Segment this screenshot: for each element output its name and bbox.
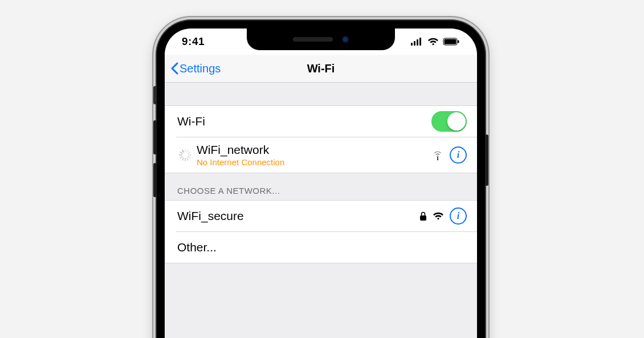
notch [247, 28, 395, 50]
toggle-knob [447, 112, 466, 131]
network-name: WiFi_secure [177, 209, 419, 223]
wifi-signal-icon [433, 212, 444, 220]
power-button [485, 135, 488, 186]
svg-rect-3 [419, 38, 421, 46]
other-network-row[interactable]: Other... [176, 231, 477, 263]
back-label: Settings [180, 62, 221, 75]
back-button[interactable]: Settings [170, 55, 221, 82]
cellular-signal-icon [411, 38, 423, 46]
svg-rect-10 [420, 215, 426, 221]
phone-frame: 9:41 [157, 21, 485, 338]
volume-up-button [153, 120, 157, 154]
wifi-toggle[interactable] [431, 111, 467, 132]
network-row[interactable]: WiFi_secure [165, 201, 477, 231]
svg-rect-0 [411, 43, 413, 46]
settings-content: Wi-Fi WiFi_network [165, 83, 477, 338]
wifi-toggle-row[interactable]: Wi-Fi [165, 106, 477, 137]
networks-section: WiFi_secure [165, 200, 477, 263]
spinner-icon [179, 149, 191, 161]
svg-point-7 [437, 156, 439, 157]
connected-network-row[interactable]: WiFi_network No Internet Connection [176, 137, 477, 173]
info-button[interactable]: i [450, 146, 467, 164]
chevron-left-icon [170, 62, 178, 75]
svg-rect-2 [417, 39, 418, 46]
connected-network-name: WiFi_network [197, 143, 431, 157]
screen: 9:41 [165, 28, 477, 338]
status-time: 9:41 [182, 35, 205, 48]
mute-switch [153, 86, 157, 104]
front-camera [342, 36, 349, 43]
battery-icon [443, 38, 460, 46]
page-title: Wi-Fi [307, 62, 335, 75]
info-button[interactable]: i [450, 207, 467, 225]
svg-point-9 [437, 159, 438, 160]
wifi-toggle-section: Wi-Fi WiFi_network [165, 105, 477, 173]
wifi-toggle-label: Wi-Fi [177, 115, 431, 128]
svg-rect-5 [445, 39, 456, 44]
svg-rect-8 [437, 157, 438, 159]
svg-rect-1 [414, 41, 415, 46]
svg-rect-6 [458, 40, 459, 43]
connected-network-status: No Internet Connection [197, 157, 431, 167]
choose-network-header: CHOOSE A NETWORK... [165, 173, 477, 200]
wifi-warning-icon [431, 150, 444, 160]
earpiece-speaker [293, 37, 333, 42]
volume-down-button [153, 163, 157, 197]
lock-icon [419, 211, 427, 221]
other-label: Other... [177, 241, 467, 254]
nav-bar: Settings Wi-Fi [165, 55, 477, 83]
wifi-icon [427, 38, 439, 46]
